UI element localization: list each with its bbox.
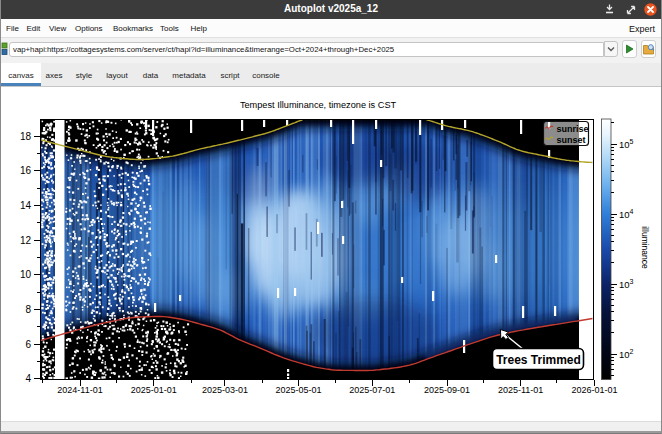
svg-text:6: 6 <box>25 339 31 350</box>
svg-text:18: 18 <box>20 131 32 142</box>
svg-text:12: 12 <box>20 235 32 246</box>
svg-text:illuminance: illuminance <box>640 226 650 269</box>
svg-text:Trees Trimmed: Trees Trimmed <box>496 353 581 367</box>
svg-text:2025-01-01: 2025-01-01 <box>131 385 177 395</box>
svg-text:16: 16 <box>20 165 32 176</box>
svg-text:2024-11-01: 2024-11-01 <box>57 385 102 395</box>
svg-text:8: 8 <box>25 304 31 315</box>
svg-text:105: 105 <box>619 138 634 150</box>
svg-text:10: 10 <box>20 269 32 280</box>
svg-text:103: 103 <box>619 278 634 290</box>
svg-text:2025-05-01: 2025-05-01 <box>276 385 322 395</box>
svg-text:4: 4 <box>25 373 31 384</box>
svg-text:sunrise: sunrise <box>557 124 589 134</box>
svg-text:sunset: sunset <box>557 135 586 145</box>
svg-text:102: 102 <box>619 348 634 360</box>
svg-text:14: 14 <box>20 200 32 211</box>
svg-text:2025-07-01: 2025-07-01 <box>349 385 395 395</box>
svg-text:2026-01-01: 2026-01-01 <box>571 385 617 395</box>
svg-text:Tempest Illuminance, timezone: Tempest Illuminance, timezone is CST <box>240 100 397 110</box>
svg-text:104: 104 <box>619 208 634 220</box>
svg-text:2025-11-01: 2025-11-01 <box>498 385 543 395</box>
svg-text:2025-09-01: 2025-09-01 <box>424 385 470 395</box>
svg-text:2025-03-01: 2025-03-01 <box>202 385 248 395</box>
